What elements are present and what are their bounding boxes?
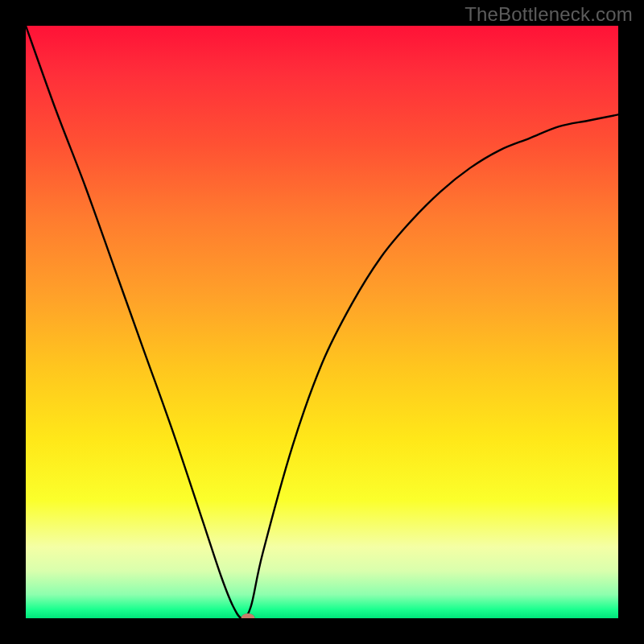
bottleneck-curve xyxy=(26,26,618,618)
watermark-text: TheBottleneck.com xyxy=(464,3,633,26)
minimum-marker-icon xyxy=(242,613,255,618)
chart-frame: TheBottleneck.com xyxy=(0,0,644,644)
curve-path xyxy=(26,26,618,618)
plot-area xyxy=(26,26,618,618)
